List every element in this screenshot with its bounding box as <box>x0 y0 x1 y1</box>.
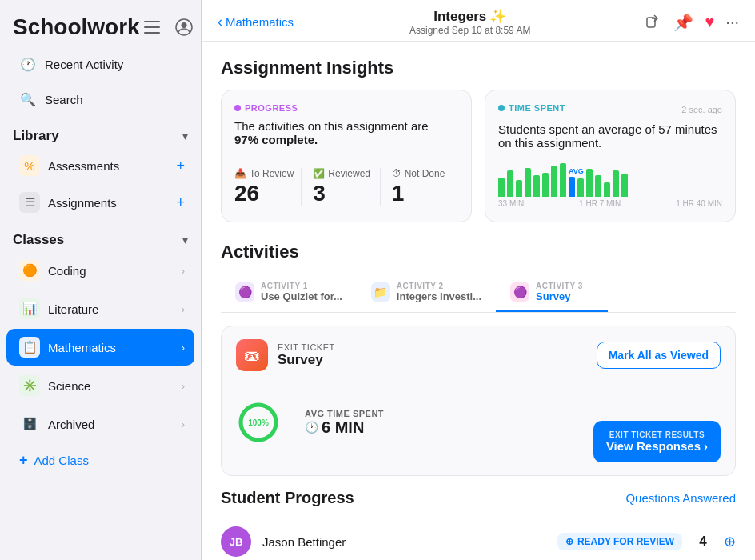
sidebar-item-assignments[interactable]: ☰ Assignments + <box>6 185 194 220</box>
responses-section: EXIT TICKET RESULTS View Responses › <box>593 382 721 462</box>
chevron-right-icon: › <box>182 265 185 277</box>
mark-viewed-button[interactable]: Mark All as Viewed <box>597 342 721 369</box>
student-progress-header: Student Progress Questions Answered <box>221 489 736 507</box>
assignment-title: Integers <box>433 9 486 25</box>
exit-ticket-small-label: EXIT TICKET <box>278 342 335 352</box>
class-label: Literature <box>48 302 174 316</box>
questions-answered-link[interactable]: Questions Answered <box>625 491 736 505</box>
search-icon: 🔍 <box>19 90 37 108</box>
timespent-body: Students spent an average of 57 minutes … <box>498 122 722 150</box>
insights-row: PROGRESS The activities on this assignme… <box>221 90 736 222</box>
mathematics-icon: 📋 <box>19 337 40 358</box>
activity-tab-content: ACTIVITY 1 Use Quizlet for... <box>261 282 342 302</box>
activity-tab-1[interactable]: 🟣 ACTIVITY 1 Use Quizlet for... <box>221 274 357 312</box>
activities-section: Activities 🟣 ACTIVITY 1 Use Quizlet for.… <box>221 242 736 560</box>
back-button[interactable]: ‹ Mathematics <box>218 14 294 30</box>
activities-title: Activities <box>221 242 736 262</box>
share-icon[interactable] <box>646 12 662 32</box>
back-chevron-icon: ‹ <box>218 14 222 30</box>
student-row: JB Jason Bettinger ⊕ READY FOR REVIEW 4 … <box>221 517 736 560</box>
app-title: Schoolwork <box>13 14 140 40</box>
activity-tab-3[interactable]: 🟣 ACTIVITY 3 Survey <box>496 274 608 312</box>
add-icon: + <box>19 452 28 469</box>
activity-tab-content: ACTIVITY 2 Integers Investi... <box>397 282 481 302</box>
chart-labels: 33 MIN 1 HR 7 MIN 1 HR 40 MIN <box>498 199 722 208</box>
activities-tabs: 🟣 ACTIVITY 1 Use Quizlet for... 📁 ACTIVI… <box>221 274 736 313</box>
view-responses-button[interactable]: EXIT TICKET RESULTS View Responses › <box>593 421 721 462</box>
student-progress-title: Student Progress <box>221 489 354 507</box>
exit-ticket-left: 🎟 EXIT TICKET Survey <box>236 339 335 371</box>
chevron-right-icon: › <box>182 380 185 392</box>
exit-ticket-name: Survey <box>278 352 335 368</box>
classes-section-header[interactable]: Classes ▾ <box>0 221 201 251</box>
student-name: Jason Bettinger <box>262 535 546 549</box>
avg-time-inner: 100% AVG TIME SPENT 🕐 6 MIN <box>236 400 384 445</box>
activity-tab-content: ACTIVITY 3 Survey <box>536 282 583 302</box>
profile-icon[interactable] <box>172 15 196 39</box>
main-content: ‹ Mathematics Integers ✨ Assigned Sep 10… <box>202 0 755 560</box>
student-avatar-jb: JB <box>221 526 251 557</box>
heart-icon[interactable]: ♥ <box>705 13 714 31</box>
sparkle-icon: ✨ <box>489 8 506 25</box>
chevron-right-icon: › <box>182 342 185 354</box>
sidebar-item-mathematics[interactable]: 📋 Mathematics › <box>6 329 194 366</box>
clock-icon: 🕐 <box>19 55 37 73</box>
student-score: 4 <box>693 534 713 550</box>
circle-label: 100% <box>248 418 269 427</box>
chevron-right-icon: › <box>182 303 185 315</box>
sidebar-toggle-icon[interactable] <box>140 15 164 39</box>
library-item-label: Assessments <box>48 159 119 173</box>
progress-body: The activities on this assignment are 97… <box>234 119 458 146</box>
connector-line <box>657 382 657 414</box>
sidebar-item-literature[interactable]: 📊 Literature › <box>6 290 194 327</box>
archived-icon: 🗄️ <box>19 414 40 434</box>
add-class-button[interactable]: + Add Class <box>6 444 194 477</box>
activity2-icon: 📁 <box>371 282 390 302</box>
library-title: Library <box>13 128 59 144</box>
library-item-label: Assignments <box>48 196 117 210</box>
progress-label: PROGRESS <box>234 103 458 113</box>
sidebar-item-search[interactable]: 🔍 Search <box>6 82 194 116</box>
assessments-icon: % <box>19 155 40 176</box>
sidebar-top-icons <box>140 15 196 39</box>
student-badge: ⊕ READY FOR REVIEW <box>557 533 682 550</box>
plus-circle-icon: ⊕ <box>565 536 573 547</box>
more-options-icon[interactable]: ⊕ <box>724 533 736 550</box>
sidebar-item-science[interactable]: ✳️ Science › <box>6 367 194 404</box>
sidebar: Schoolwork 🕐 Recent Activity 🔍 <box>0 0 202 560</box>
ellipsis-icon[interactable]: ··· <box>725 13 739 31</box>
sidebar-item-label: Recent Activity <box>45 58 123 71</box>
svg-rect-1 <box>144 26 160 28</box>
timespent-dot <box>498 105 505 111</box>
assigned-date: Assigned Sep 10 at 8:59 AM <box>294 25 646 36</box>
topbar-actions: 📌 ♥ ··· <box>646 12 739 32</box>
add-assessment-icon[interactable]: + <box>176 158 185 174</box>
library-section-header[interactable]: Library ▾ <box>0 117 201 147</box>
class-label: Mathematics <box>48 341 174 354</box>
sidebar-header: Schoolwork <box>0 0 201 46</box>
class-label: Science <box>48 379 174 393</box>
to-review-stat: 📥To Review 26 <box>234 168 301 206</box>
add-assignment-icon[interactable]: + <box>176 194 185 211</box>
coding-icon: 🟠 <box>19 260 40 281</box>
student-progress-section: Student Progress Questions Answered JB J… <box>221 489 736 560</box>
activity1-icon: 🟣 <box>235 282 254 302</box>
check-icon: ✅ <box>313 168 325 179</box>
exit-ticket-icon: 🎟 <box>236 339 268 371</box>
sidebar-item-recent-activity[interactable]: 🕐 Recent Activity <box>6 47 194 81</box>
pin-icon[interactable]: 📌 <box>673 13 693 32</box>
activity-tab-2[interactable]: 📁 ACTIVITY 2 Integers Investi... <box>357 274 496 312</box>
classes-chevron-icon: ▾ <box>182 234 188 246</box>
literature-icon: 📊 <box>19 298 40 319</box>
progress-stats: 📥To Review 26 ✅Reviewed 3 ⏱Not Done 1 <box>234 158 458 206</box>
inbox-icon: 📥 <box>234 168 246 179</box>
sidebar-item-assessments[interactable]: % Assessments + <box>6 148 194 183</box>
sidebar-item-coding[interactable]: 🟠 Coding › <box>6 252 194 289</box>
activity3-icon: 🟣 <box>510 282 529 302</box>
svg-rect-0 <box>144 21 160 22</box>
sidebar-item-label: Search <box>45 93 83 106</box>
reviewed-stat: ✅Reviewed 3 <box>301 168 379 206</box>
exit-ticket-stats-row: 100% AVG TIME SPENT 🕐 6 MIN <box>236 382 721 462</box>
exit-ticket-card: 🎟 EXIT TICKET Survey Mark All as Viewed <box>221 326 736 476</box>
sidebar-item-archived[interactable]: 🗄️ Archived › <box>6 406 194 442</box>
